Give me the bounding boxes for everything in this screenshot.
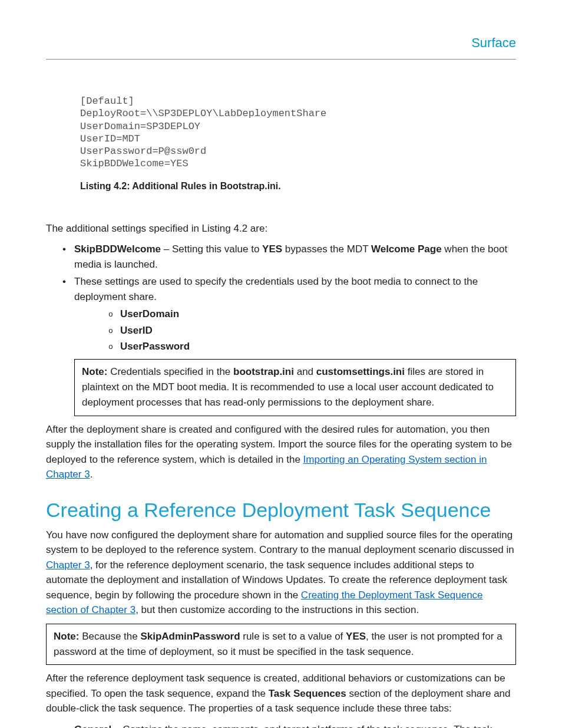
list-item: SkipBDDWelcome – Setting this value to Y… bbox=[74, 242, 516, 272]
text: and bbox=[294, 366, 316, 377]
credentials-sublist: UserDomain UserID UserPassword bbox=[74, 307, 516, 354]
text: You have now configured the deployment s… bbox=[46, 529, 514, 556]
text: . bbox=[90, 469, 93, 480]
paragraph: After the deployment share is created an… bbox=[46, 422, 516, 482]
note-box: Note: Because the SkipAdminPassword rule… bbox=[46, 624, 516, 666]
brand-logo: Surface bbox=[471, 35, 516, 51]
intro-paragraph: The additional settings specified in Lis… bbox=[46, 221, 516, 236]
setting-name: SkipBDDWelcome bbox=[74, 243, 161, 255]
paragraph: You have now configured the deployment s… bbox=[46, 528, 516, 618]
note-label: Note: bbox=[82, 366, 107, 377]
listing-caption: Listing 4.2: Additional Rules in Bootstr… bbox=[80, 181, 516, 192]
rule-name: SkipAdminPassword bbox=[140, 631, 240, 642]
list-item: UserID bbox=[108, 323, 516, 338]
text: – Setting this value to bbox=[161, 243, 262, 255]
note-label: Note: bbox=[54, 631, 79, 642]
list-item: General – Contains the name, comments, a… bbox=[74, 722, 516, 728]
section-heading: Creating a Reference Deployment Task Seq… bbox=[46, 499, 516, 522]
list-item: UserPassword bbox=[108, 339, 516, 354]
value: YES bbox=[346, 631, 366, 642]
tabs-list: General – Contains the name, comments, a… bbox=[46, 722, 516, 728]
settings-list: SkipBDDWelcome – Setting this value to Y… bbox=[46, 242, 516, 354]
chapter-link[interactable]: Chapter 3 bbox=[46, 559, 90, 571]
setting-name: UserDomain bbox=[120, 308, 179, 319]
list-item: UserDomain bbox=[108, 307, 516, 322]
text: bypasses the MDT bbox=[282, 243, 371, 255]
filename: customsettings.ini bbox=[316, 366, 405, 377]
text: Credentials specified in the bbox=[107, 366, 233, 377]
code-listing: [Default] DeployRoot=\\SP3DEPLOY\LabDepl… bbox=[80, 95, 516, 170]
tab-name: General bbox=[74, 724, 111, 728]
filename: bootstrap.ini bbox=[233, 366, 294, 377]
section-name: Task Sequences bbox=[269, 688, 346, 699]
paragraph: After the reference deployment task sequ… bbox=[46, 671, 516, 716]
text: These settings are used to specify the c… bbox=[74, 276, 478, 302]
document-page: Surface [Default] DeployRoot=\\SP3DEPLOY… bbox=[0, 0, 562, 728]
setting-name: UserID bbox=[120, 325, 153, 336]
setting-name: UserPassword bbox=[120, 341, 190, 352]
text: , but then customize according to the in… bbox=[135, 604, 419, 615]
text: rule is set to a value of bbox=[240, 631, 346, 642]
value: YES bbox=[262, 243, 282, 255]
page-header: Surface bbox=[46, 35, 516, 60]
text: Because the bbox=[79, 631, 140, 642]
note-box: Note: Credentials specified in the boots… bbox=[74, 359, 516, 416]
page-name: Welcome Page bbox=[371, 243, 442, 255]
list-item: These settings are used to specify the c… bbox=[74, 274, 516, 354]
text: – Contains the name, comments, and targe… bbox=[74, 724, 492, 728]
